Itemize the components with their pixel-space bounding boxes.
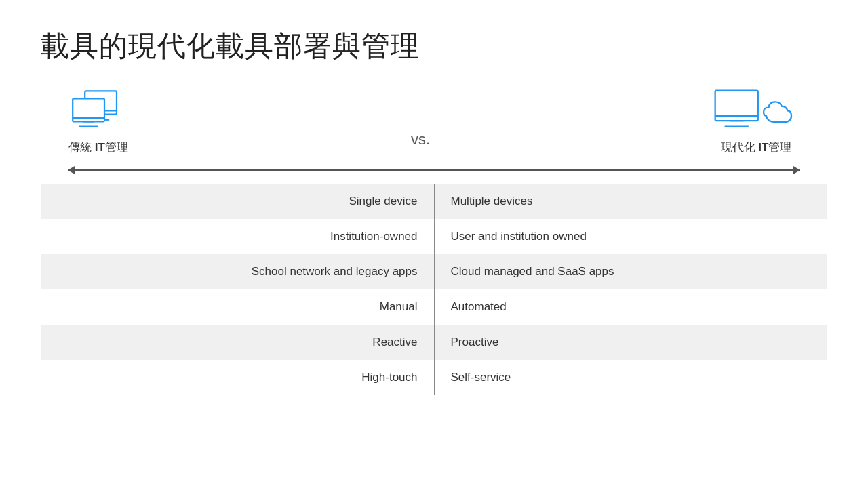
modern-it-icon — [712, 85, 800, 133]
traditional-it-icon — [68, 85, 129, 133]
cell-left-1: Institution-owned — [41, 219, 435, 254]
vs-label: vs. — [411, 131, 430, 155]
cell-left-4: Reactive — [41, 325, 435, 360]
table-row: ReactiveProactive — [41, 325, 827, 360]
modern-it-group: 現代化 IT管理 — [712, 85, 800, 155]
icons-row: 傳統 IT管理 vs. 現代化 IT管理 — [41, 85, 827, 155]
cell-left-0: Single device — [41, 184, 435, 219]
traditional-it-group: 傳統 IT管理 — [68, 85, 129, 155]
cell-left-2: School network and legacy apps — [41, 254, 435, 289]
cell-right-2: Cloud managed and SaaS apps — [435, 254, 828, 289]
cell-right-5: Self-service — [435, 360, 828, 395]
cell-right-4: Proactive — [435, 325, 828, 360]
comparison-table: Single deviceMultiple devicesInstitution… — [41, 184, 827, 468]
cell-right-3: Automated — [435, 289, 828, 325]
comparison-arrow — [68, 169, 800, 171]
page-container: 載具的現代化載具部署與管理 傳統 IT管理 vs. — [0, 0, 868, 488]
table-row: ManualAutomated — [41, 289, 827, 325]
table-row: School network and legacy appsCloud mana… — [41, 254, 827, 289]
table-row: Institution-ownedUser and institution ow… — [41, 219, 827, 254]
table-row: Single deviceMultiple devices — [41, 184, 827, 219]
modern-it-label: 現代化 IT管理 — [721, 140, 792, 155]
cell-left-3: Manual — [41, 289, 435, 325]
cell-left-5: High-touch — [41, 360, 435, 395]
table-row: High-touchSelf-service — [41, 360, 827, 395]
cell-right-0: Multiple devices — [435, 184, 828, 219]
cell-right-1: User and institution owned — [435, 219, 828, 254]
page-title: 載具的現代化載具部署與管理 — [41, 27, 827, 65]
traditional-it-label: 傳統 IT管理 — [68, 140, 128, 155]
arrow-row — [41, 161, 827, 180]
